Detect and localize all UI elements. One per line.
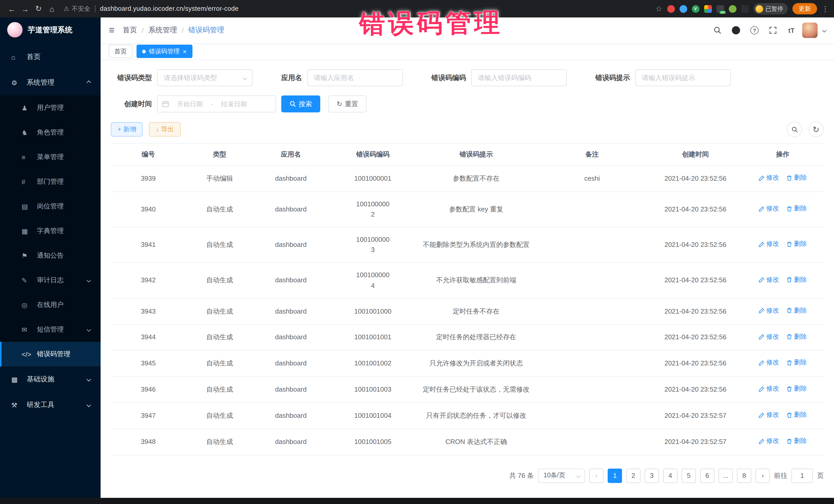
sidebar-item-post[interactable]: ▤岗位管理 bbox=[0, 194, 101, 219]
table-row: 3939手动编辑dashboard1001000001参数配置不存在ceshi2… bbox=[111, 166, 824, 192]
page-button-8[interactable]: 8 bbox=[737, 468, 751, 483]
sidebar-item-home[interactable]: ⌂首页 bbox=[0, 44, 101, 70]
sidebar-item-system[interactable]: ⚙系统管理 bbox=[0, 70, 101, 95]
delete-link[interactable]: 删除 bbox=[786, 239, 807, 249]
edit-link[interactable]: 修改 bbox=[759, 204, 779, 214]
edit-link[interactable]: 修改 bbox=[759, 239, 779, 249]
refresh-table-icon[interactable]: ↻ bbox=[808, 122, 824, 137]
profile-chip[interactable]: 已暂停 bbox=[753, 3, 788, 14]
sidebar-item-error-code[interactable]: </>错误码管理 bbox=[0, 342, 101, 367]
sidebar-item-sms[interactable]: ✉短信管理 bbox=[0, 317, 101, 342]
edit-link[interactable]: 修改 bbox=[759, 173, 779, 183]
url-text[interactable]: dashboard.yudao.iocoder.cn/system/error-… bbox=[100, 5, 239, 12]
breadcrumb-separator: / bbox=[182, 26, 184, 35]
sidebar-item-user[interactable]: ♟用户管理 bbox=[0, 95, 101, 120]
extension-icon-green[interactable] bbox=[728, 5, 736, 13]
page-ellipsis[interactable]: ... bbox=[719, 468, 733, 483]
sidebar-item-infra[interactable]: ▩基础设施 bbox=[0, 367, 101, 392]
sidebar-collapse-icon[interactable]: ≡ bbox=[109, 25, 114, 36]
reset-button[interactable]: ↻ 重置 bbox=[328, 95, 367, 112]
vue-devtools-icon[interactable]: V bbox=[692, 5, 699, 13]
sidebar-item-online-user[interactable]: ◎在线用户 bbox=[0, 292, 101, 317]
edit-link[interactable]: 修改 bbox=[759, 358, 779, 368]
edit-link[interactable]: 修改 bbox=[759, 275, 779, 285]
delete-link[interactable]: 删除 bbox=[786, 306, 807, 316]
page-button-3[interactable]: 3 bbox=[644, 468, 659, 483]
page-button-6[interactable]: 6 bbox=[700, 468, 715, 483]
sidebar-logo[interactable]: 芋道管理系统 bbox=[0, 18, 101, 42]
proxy-switch-icon[interactable]: on bbox=[716, 5, 724, 13]
goto-page-input[interactable] bbox=[791, 468, 813, 483]
page-button-1[interactable]: 1 bbox=[608, 468, 622, 483]
avatar-caret-icon[interactable] bbox=[822, 28, 827, 32]
user-avatar[interactable] bbox=[802, 23, 817, 38]
delete-link[interactable]: 删除 bbox=[786, 436, 807, 446]
badge-icon: ▤ bbox=[22, 202, 33, 210]
edit-link[interactable]: 修改 bbox=[759, 436, 779, 446]
extension-icon-red[interactable] bbox=[667, 5, 675, 13]
row-id: 3942 bbox=[111, 263, 186, 299]
search-button[interactable]: 搜索 bbox=[281, 95, 320, 112]
page-button-4[interactable]: 4 bbox=[663, 468, 678, 483]
fullscreen-icon[interactable] bbox=[765, 23, 781, 38]
refresh-icon[interactable]: ↻ bbox=[32, 2, 45, 15]
sidebar-item-dict[interactable]: ▦字典管理 bbox=[0, 219, 101, 243]
toggle-search-icon[interactable] bbox=[787, 122, 802, 137]
sidebar-item-role[interactable]: ♞角色管理 bbox=[0, 120, 101, 145]
edit-link[interactable]: 修改 bbox=[759, 384, 779, 394]
filter-error-message: 错误码提示 bbox=[595, 69, 730, 86]
address-bar[interactable]: ⚠ 不安全 dashboard.yudao.iocoder.cn/system/… bbox=[64, 4, 239, 13]
add-button[interactable]: + 新增 bbox=[111, 122, 143, 136]
error-message-input[interactable] bbox=[635, 69, 730, 86]
edit-link[interactable]: 修改 bbox=[759, 332, 779, 342]
export-button[interactable]: ↓ 导出 bbox=[149, 122, 181, 136]
sidebar-item-notice[interactable]: ⚑通知公告 bbox=[0, 243, 101, 268]
chrome-update-button[interactable]: 更新 bbox=[792, 3, 817, 14]
tab-error-code[interactable]: 错误码管理 × bbox=[136, 45, 192, 58]
extension-icon-blue-drop[interactable] bbox=[679, 5, 687, 13]
delete-link[interactable]: 删除 bbox=[786, 173, 807, 183]
end-date-input[interactable] bbox=[215, 100, 253, 108]
chrome-menu-icon[interactable]: ⋮ bbox=[822, 5, 829, 13]
error-type-select[interactable] bbox=[157, 69, 253, 86]
row-type: 自动生成 bbox=[186, 298, 254, 324]
sidebar-item-dept[interactable]: #部门管理 bbox=[0, 169, 101, 194]
bookmark-star-icon[interactable]: ☆ bbox=[655, 4, 662, 13]
edit-link[interactable]: 修改 bbox=[759, 410, 779, 420]
help-icon[interactable]: ? bbox=[747, 23, 762, 38]
profile-status-label: 已暂停 bbox=[766, 5, 783, 13]
delete-link[interactable]: 删除 bbox=[786, 204, 807, 214]
close-tab-icon[interactable]: × bbox=[183, 48, 186, 54]
error-code-input[interactable] bbox=[471, 69, 567, 86]
page-button-5[interactable]: 5 bbox=[682, 468, 696, 483]
page-button-2[interactable]: 2 bbox=[626, 468, 640, 483]
date-range-picker[interactable]: - bbox=[157, 95, 276, 112]
sidebar-item-audit-log[interactable]: ✎审计日志 bbox=[0, 268, 101, 292]
breadcrumb-system[interactable]: 系统管理 bbox=[148, 26, 177, 35]
tab-home[interactable]: 首页 bbox=[109, 45, 132, 58]
delete-link[interactable]: 删除 bbox=[786, 358, 807, 368]
extensions-grid-icon[interactable] bbox=[704, 5, 711, 13]
table-row: 3941自动生成dashboard1001000003不能删除类型为系统内置的参… bbox=[111, 227, 824, 263]
font-size-icon[interactable]: tT bbox=[784, 23, 799, 38]
row-time: 2021-04-20 23:52:56 bbox=[649, 227, 742, 263]
home-icon: ⌂ bbox=[11, 53, 23, 61]
start-date-input[interactable] bbox=[171, 100, 209, 108]
prev-page-button[interactable]: ‹ bbox=[589, 468, 603, 483]
delete-link[interactable]: 删除 bbox=[786, 384, 807, 394]
sidebar-item-menu[interactable]: ≡菜单管理 bbox=[0, 145, 101, 169]
edit-link[interactable]: 修改 bbox=[759, 306, 779, 316]
pinned-extension-icon[interactable] bbox=[741, 5, 749, 13]
forward-icon[interactable]: → bbox=[19, 2, 32, 15]
app-name-input[interactable] bbox=[307, 69, 403, 86]
sidebar-item-dev-tools[interactable]: ⚒研发工具 bbox=[0, 392, 101, 418]
delete-link[interactable]: 删除 bbox=[786, 332, 807, 342]
github-icon[interactable] bbox=[728, 23, 744, 38]
delete-link[interactable]: 删除 bbox=[786, 410, 807, 420]
search-icon[interactable] bbox=[710, 23, 725, 38]
breadcrumb-home[interactable]: 首页 bbox=[123, 26, 137, 35]
home-icon[interactable]: ⌂ bbox=[45, 2, 59, 15]
back-icon[interactable]: ← bbox=[5, 2, 19, 15]
delete-link[interactable]: 删除 bbox=[786, 275, 807, 285]
next-page-button[interactable]: › bbox=[755, 468, 770, 483]
